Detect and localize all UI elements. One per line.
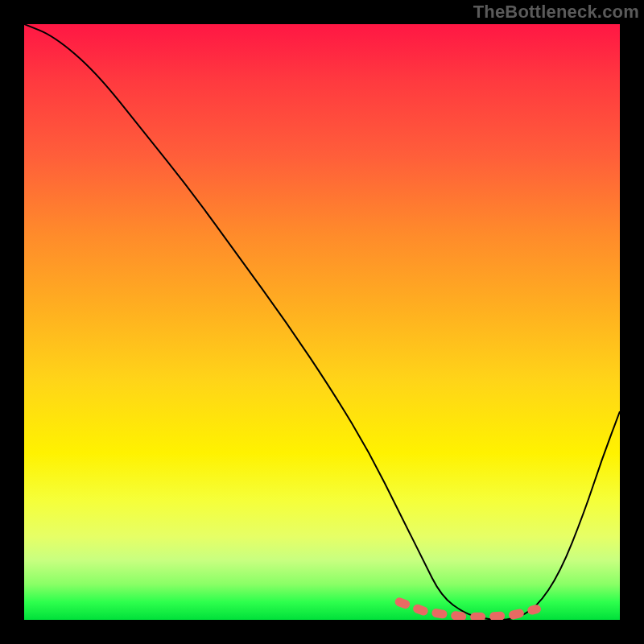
plot-area bbox=[24, 24, 620, 620]
bottleneck-curve bbox=[24, 24, 620, 620]
chart-frame: TheBottleneck.com bbox=[0, 0, 644, 644]
chart-svg bbox=[24, 24, 620, 620]
watermark-text: TheBottleneck.com bbox=[473, 2, 639, 23]
